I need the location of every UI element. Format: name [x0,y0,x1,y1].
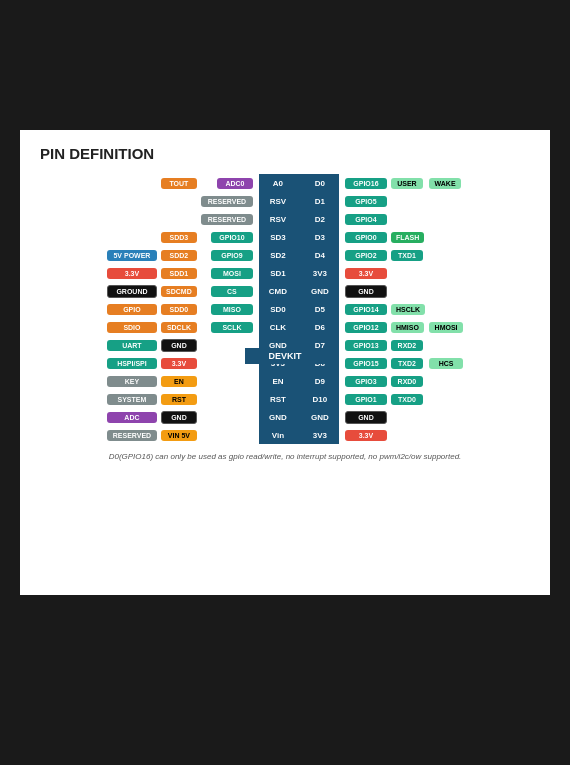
right-far-hmiso: HMISO [391,322,424,333]
chip-pin-d10-r: D10 [301,390,339,408]
chip-pin-rsv-l: RSV [259,192,297,210]
chip-pin-d4-r: D4 [301,246,339,264]
right-far-txd0: TXD0 [391,394,423,405]
left-far-sdcmd: SDCMD [161,286,197,297]
right-mid-gnd-r6: GND [345,285,387,298]
right-mid-gpio5: GPIO5 [345,196,387,207]
note-text: D0(GPIO16) can only be used as gpio read… [40,452,530,461]
chip-pin-a0-l: A0 [259,174,297,192]
chip-pin-gnd-r6: GND [301,282,339,300]
left-far-sdd2: SDD2 [161,250,197,261]
chip-pin-sd1-l: SD1 [259,264,297,282]
chip-pin-clk-l: CLK [259,318,297,336]
chip-pin-cmd-l: CMD [259,282,297,300]
left-far-key: KEY [107,376,157,387]
right-far-rxd2: RXD2 [391,340,423,351]
right-mid-gnd-r13: GND [345,411,387,424]
chip-pin-gnd-r13: GND [301,408,339,426]
left-far-sdd1: SDD1 [161,268,197,279]
right-mid-gpio15: GPIO15 [345,358,387,369]
chip-title: DEVKIT [245,348,325,364]
left-far-sdd0: SDD0 [161,304,197,315]
pin-diagram: TOUT ADC0 A0 D0 GPIO16 USER WAKE [40,174,530,444]
right-mid-gpio1: GPIO1 [345,394,387,405]
left-mid-adc0: ADC0 [217,178,253,189]
left-far-ground: GROUND [107,285,157,298]
left-far-tout: TOUT [161,178,197,189]
right-far-hsclk: HSCLK [391,304,425,315]
left-far-sdio: SDIO [107,322,157,333]
chip-pin-gnd-l13: GND [259,408,297,426]
right-mid-gpio14: GPIO14 [345,304,387,315]
chip-pin-sd2-l: SD2 [259,246,297,264]
chip-pin-3v3-r14: 3V3 [301,426,339,444]
right-mid-gpio4: GPIO4 [345,214,387,225]
reserved-2: RESERVED [201,214,253,225]
left-mid-gpio9: GPIO9 [211,250,253,261]
left-far-reserved: RESERVED [107,430,157,441]
left-far-5vpower: 5V POWER [107,250,157,261]
left-far-33v: 3.3V [107,268,157,279]
right-mid-gpio0: GPIO0 [345,232,387,243]
left-far-gnd-r13: GND [161,411,197,424]
chip-pin-sd3-l: SD3 [259,228,297,246]
left-far-33v-r10: 3.3V [161,358,197,369]
chip-pin-d3-r: D3 [301,228,339,246]
chip-pin-d1-r: D1 [301,192,339,210]
chip-pin-rsv2-l: RSV [259,210,297,228]
left-far-en: EN [161,376,197,387]
right-far-rxd0: RXD0 [391,376,423,387]
right-mid-gpio3: GPIO3 [345,376,387,387]
right-far-user: USER [391,178,423,189]
right-extra-wake: WAKE [429,178,461,189]
left-far-system: SYSTEM [107,394,157,405]
right-mid-33v-r14: 3.3V [345,430,387,441]
left-far-sdd3: SDD3 [161,232,197,243]
chip-pin-d9-r: D9 [301,372,339,390]
left-far-sdclk: SDCLK [161,322,197,333]
chip-pin-sd0-l: SD0 [259,300,297,318]
left-far-vin5v: VIN 5V [161,430,197,441]
chip-pin-d2-r: D2 [301,210,339,228]
left-far-uart: UART [107,340,157,351]
right-far-txd1: TXD1 [391,250,423,261]
chip-pin-en-l: EN [259,372,297,390]
left-far-gnd-r9: GND [161,339,197,352]
right-far-flash: FLASH [391,232,424,243]
left-mid-miso: MISO [211,304,253,315]
chip-pin-d5-r: D5 [301,300,339,318]
chip-pin-d6-r: D6 [301,318,339,336]
left-far-rst: RST [161,394,197,405]
left-mid-cs: CS [211,286,253,297]
chip-pin-rst-l: RST [259,390,297,408]
left-mid-mosi: MOSI [211,268,253,279]
left-far-gpio: GPIO [107,304,157,315]
chip-pin-vin-l: Vin [259,426,297,444]
chip-pin-d0-r: D0 [301,174,339,192]
right-extra-hcs: HCS [429,358,463,369]
left-mid-sclk: SCLK [211,322,253,333]
left-far-adc: ADC [107,412,157,423]
right-mid-gpio12: GPIO12 [345,322,387,333]
left-far-hspispo: HSPI/SPI [107,358,157,369]
chip-pin-3v3-r: 3V3 [301,264,339,282]
right-extra-hmosi: HMOSI [429,322,463,333]
right-mid-gpio2: GPIO2 [345,250,387,261]
right-mid-gpio13: GPIO13 [345,340,387,351]
right-mid-33v-r5: 3.3V [345,268,387,279]
page-title: PIN DEFINITION [40,145,530,162]
right-mid-gpio16: GPIO16 [345,178,387,189]
reserved-1: RESERVED [201,196,253,207]
left-mid-gpio10: GPIO10 [211,232,253,243]
right-far-txd2: TXD2 [391,358,423,369]
